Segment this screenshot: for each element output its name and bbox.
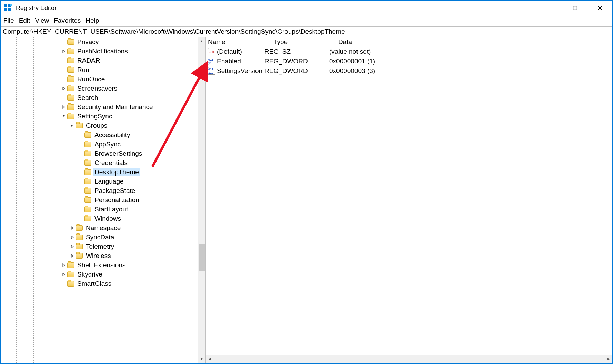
tree-item-personalization[interactable]: Personalization <box>1 195 198 205</box>
tree-item-label: SettingSync <box>76 112 113 121</box>
column-type[interactable]: Type <box>273 38 338 46</box>
svg-marker-19 <box>63 273 65 276</box>
window-controls <box>538 1 612 15</box>
tree-item-screensavers[interactable]: Screensavers <box>1 84 198 93</box>
tree-item-search[interactable]: Search <box>1 93 198 102</box>
folder-icon <box>67 95 74 101</box>
tree-vertical-scrollbar[interactable]: ▴ ▾ <box>198 37 205 363</box>
tree-item-run[interactable]: Run <box>1 65 198 74</box>
tree-item-accessibility[interactable]: Accessibility <box>1 130 198 139</box>
expander-icon[interactable] <box>70 245 75 248</box>
scroll-thumb[interactable] <box>199 244 205 271</box>
address-bar[interactable]: Computer\HKEY_CURRENT_USER\Software\Micr… <box>1 26 612 37</box>
tree-item-label: PackageState <box>93 187 136 195</box>
tree-item-language[interactable]: Language <box>1 177 198 186</box>
tree-item-privacy[interactable]: Privacy <box>1 37 198 46</box>
tree-item-skydrive[interactable]: Skydrive <box>1 270 198 279</box>
expander-icon[interactable] <box>70 226 75 230</box>
tree-item-smartglass[interactable]: SmartGlass <box>1 279 198 288</box>
app-icon <box>3 3 12 12</box>
tree-item-security-and-maintenance[interactable]: Security and Maintenance <box>1 102 198 112</box>
scroll-up-icon[interactable]: ▴ <box>198 37 205 45</box>
expander-icon[interactable] <box>61 105 67 109</box>
tree-item-label: DesktopTheme <box>93 168 140 176</box>
folder-icon <box>76 123 83 128</box>
folder-icon <box>84 169 91 175</box>
folder-icon <box>67 262 74 268</box>
scroll-left-icon[interactable]: ◂ <box>206 355 213 363</box>
tree-item-telemetry[interactable]: Telemetry <box>1 242 198 251</box>
values-horizontal-scrollbar[interactable]: ◂ ▸ <box>206 355 612 363</box>
tree-item-settingsync[interactable]: SettingSync <box>1 112 198 121</box>
tree-item-label: SmartGlass <box>76 280 112 288</box>
menu-help[interactable]: Help <box>86 17 99 24</box>
tree-item-label: Windows <box>93 215 122 223</box>
value-row[interactable]: 011 110SettingsVersionREG_DWORD0x0000000… <box>206 66 612 76</box>
tree-item-windows[interactable]: Windows <box>1 214 198 223</box>
svg-marker-14 <box>71 227 73 229</box>
folder-icon <box>84 179 91 184</box>
tree-item-runonce[interactable]: RunOnce <box>1 74 198 84</box>
tree-item-label: AppSync <box>93 140 122 148</box>
reg-dword-icon: 011 110 <box>208 67 215 75</box>
tree-item-syncdata[interactable]: SyncData <box>1 232 198 242</box>
expander-icon[interactable] <box>70 254 75 258</box>
tree-item-label: StartLayout <box>93 205 129 214</box>
value-row[interactable]: ab(Default)REG_SZ(value not set) <box>206 47 612 56</box>
folder-icon <box>67 114 74 119</box>
expander-icon[interactable] <box>61 263 67 267</box>
tree-item-radar[interactable]: RADAR <box>1 56 198 65</box>
svg-rect-2 <box>4 8 7 11</box>
tree-item-label: Namespace <box>85 224 122 232</box>
tree-item-packagestate[interactable]: PackageState <box>1 186 198 195</box>
scroll-down-icon[interactable]: ▾ <box>198 355 205 363</box>
menu-favorites[interactable]: Favorites <box>54 17 81 24</box>
svg-marker-11 <box>63 106 65 108</box>
minimize-button[interactable] <box>538 1 563 15</box>
svg-rect-6 <box>573 6 577 10</box>
folder-icon <box>84 142 91 147</box>
folder-icon <box>84 197 91 203</box>
maximize-button[interactable] <box>563 1 587 15</box>
tree-item-appsync[interactable]: AppSync <box>1 139 198 149</box>
folder-icon <box>67 39 74 45</box>
scroll-right-icon[interactable]: ▸ <box>605 355 612 363</box>
tree-item-label: PushNotifications <box>76 47 129 55</box>
svg-marker-10 <box>63 87 65 90</box>
expander-icon[interactable] <box>61 273 67 276</box>
menu-file[interactable]: File <box>3 17 14 24</box>
tree-item-label: Telemetry <box>85 242 115 251</box>
tree-item-namespace[interactable]: Namespace <box>1 223 198 232</box>
expander-icon[interactable] <box>61 115 67 118</box>
column-data[interactable]: Data <box>338 38 612 46</box>
expander-icon[interactable] <box>61 87 67 90</box>
expander-icon[interactable] <box>61 50 67 53</box>
tree-item-label: Privacy <box>76 38 100 46</box>
tree-item-desktoptheme[interactable]: DesktopTheme <box>1 167 198 177</box>
folder-icon <box>84 216 91 221</box>
menu-view[interactable]: View <box>35 17 49 24</box>
svg-rect-0 <box>4 4 7 7</box>
svg-rect-3 <box>8 8 11 11</box>
tree-item-browsersettings[interactable]: BrowserSettings <box>1 149 198 158</box>
tree-item-shell-extensions[interactable]: Shell Extensions <box>1 260 198 270</box>
svg-point-4 <box>10 4 12 6</box>
tree-item-credentials[interactable]: Credentials <box>1 158 198 167</box>
reg-dword-icon: 011 110 <box>208 58 215 65</box>
folder-icon <box>84 151 91 156</box>
tree-item-startlayout[interactable]: StartLayout <box>1 205 198 214</box>
value-data: (value not set) <box>329 48 612 55</box>
menu-edit[interactable]: Edit <box>19 17 30 24</box>
folder-icon <box>84 188 91 194</box>
tree-item-groups[interactable]: Groups <box>1 121 198 130</box>
column-name[interactable]: Name <box>208 38 273 46</box>
tree-item-pushnotifications[interactable]: PushNotifications <box>1 46 198 56</box>
expander-icon[interactable] <box>70 236 75 239</box>
tree-item-wireless[interactable]: Wireless <box>1 251 198 260</box>
value-row[interactable]: 011 110EnabledREG_DWORD0x00000001 (1) <box>206 56 612 66</box>
svg-marker-12 <box>63 115 65 117</box>
expander-icon[interactable] <box>70 124 75 127</box>
folder-icon <box>76 235 83 240</box>
close-button[interactable] <box>587 1 612 15</box>
folder-icon <box>67 58 74 63</box>
